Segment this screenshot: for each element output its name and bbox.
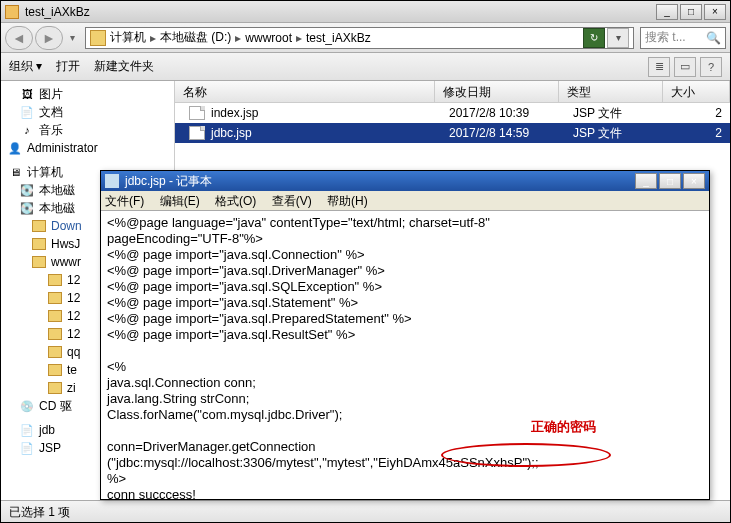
notepad-window: jdbc.jsp - 记事本 _ □ × 文件(F) 编辑(E) 格式(O) 查…	[100, 170, 710, 500]
notepad-menubar[interactable]: 文件(F) 编辑(E) 格式(O) 查看(V) 帮助(H)	[101, 191, 709, 211]
minimize-button[interactable]: _	[635, 173, 657, 189]
maximize-button[interactable]: □	[680, 4, 702, 20]
file-icon	[189, 106, 205, 120]
menu-view[interactable]: 查看(V)	[272, 194, 312, 208]
dropdown-button[interactable]: ▾	[607, 28, 629, 48]
folder-icon	[48, 274, 62, 286]
doc-icon: 📄	[19, 105, 35, 119]
annotation-label: 正确的密码	[531, 419, 596, 435]
folder-icon	[5, 5, 19, 19]
folder-icon	[48, 346, 62, 358]
breadcrumb-seg[interactable]: 计算机	[110, 29, 146, 46]
folder-icon	[32, 238, 46, 250]
nav-bar: ◄ ► ▾ 计算机▸ 本地磁盘 (D:)▸ wwwroot▸ test_iAXk…	[1, 23, 730, 53]
computer-icon: 🖥	[7, 165, 23, 179]
folder-icon	[90, 30, 106, 46]
col-size[interactable]: 大小	[663, 81, 730, 102]
col-name[interactable]: 名称	[175, 81, 435, 102]
column-headers[interactable]: 名称 修改日期 类型 大小	[175, 81, 730, 103]
file-icon: 📄	[19, 441, 35, 455]
explorer-titlebar[interactable]: test_iAXkBz _ □ ×	[1, 1, 730, 23]
tree-item[interactable]: ♪音乐	[3, 121, 172, 139]
notepad-title: jdbc.jsp - 记事本	[125, 173, 212, 190]
annotation-oval	[441, 443, 611, 467]
file-row[interactable]: index.jsp 2017/2/8 10:39 JSP 文件 2	[175, 103, 730, 123]
window-title: test_iAXkBz	[25, 5, 90, 19]
file-icon: 📄	[19, 423, 35, 437]
folder-icon	[48, 364, 62, 376]
disk-icon: 💽	[19, 201, 35, 215]
toolbar: 组织 ▾ 打开 新建文件夹 ≣ ▭ ?	[1, 53, 730, 81]
maximize-button[interactable]: □	[659, 173, 681, 189]
preview-button[interactable]: ▭	[674, 57, 696, 77]
folder-icon	[48, 292, 62, 304]
folder-icon	[48, 328, 62, 340]
user-icon: 👤	[7, 141, 23, 155]
cd-icon: 💿	[19, 399, 35, 413]
refresh-button[interactable]: ↻	[583, 28, 605, 48]
view-button[interactable]: ≣	[648, 57, 670, 77]
help-button[interactable]: ?	[700, 57, 722, 77]
search-input[interactable]: 搜索 t... 🔍	[640, 27, 726, 49]
forward-button[interactable]: ►	[35, 26, 63, 50]
notepad-icon	[105, 174, 119, 188]
disk-icon: 💽	[19, 183, 35, 197]
music-icon: ♪	[19, 123, 35, 137]
status-bar: 已选择 1 项	[1, 500, 730, 522]
tree-item[interactable]: 📄文档	[3, 103, 172, 121]
folder-icon	[48, 382, 62, 394]
folder-icon	[48, 310, 62, 322]
close-button[interactable]: ×	[704, 4, 726, 20]
open-button[interactable]: 打开	[56, 58, 80, 75]
close-button[interactable]: ×	[683, 173, 705, 189]
file-row-selected[interactable]: jdbc.jsp 2017/2/8 14:59 JSP 文件 2	[175, 123, 730, 143]
menu-format[interactable]: 格式(O)	[215, 194, 256, 208]
status-text: 已选择 1 项	[9, 505, 70, 519]
file-icon	[189, 126, 205, 140]
picture-icon: 🖼	[19, 87, 35, 101]
breadcrumb-seg[interactable]: wwwroot	[245, 31, 292, 45]
organize-button[interactable]: 组织 ▾	[9, 58, 42, 75]
breadcrumb-seg[interactable]: test_iAXkBz	[306, 31, 371, 45]
col-type[interactable]: 类型	[559, 81, 663, 102]
col-date[interactable]: 修改日期	[435, 81, 559, 102]
search-placeholder: 搜索 t...	[645, 29, 686, 46]
menu-edit[interactable]: 编辑(E)	[160, 194, 200, 208]
tree-item[interactable]: 👤Administrator	[3, 139, 172, 157]
folder-icon	[32, 220, 46, 232]
minimize-button[interactable]: _	[656, 4, 678, 20]
notepad-textarea[interactable]: <%@page language="java" contentType="tex…	[101, 211, 709, 499]
folder-icon	[32, 256, 46, 268]
menu-file[interactable]: 文件(F)	[105, 194, 144, 208]
search-icon: 🔍	[706, 31, 721, 45]
newfolder-button[interactable]: 新建文件夹	[94, 58, 154, 75]
breadcrumb-seg[interactable]: 本地磁盘 (D:)	[160, 29, 231, 46]
history-dropdown[interactable]: ▾	[65, 26, 79, 50]
address-bar[interactable]: 计算机▸ 本地磁盘 (D:)▸ wwwroot▸ test_iAXkBz ↻ ▾	[85, 27, 634, 49]
back-button[interactable]: ◄	[5, 26, 33, 50]
menu-help[interactable]: 帮助(H)	[327, 194, 368, 208]
notepad-titlebar[interactable]: jdbc.jsp - 记事本 _ □ ×	[101, 171, 709, 191]
tree-item[interactable]: 🖼图片	[3, 85, 172, 103]
